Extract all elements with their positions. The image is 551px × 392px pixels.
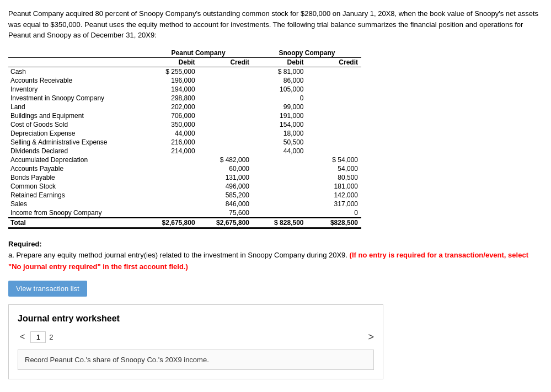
peanut-debit-cell: 298,800	[144, 94, 198, 103]
snoopy-debit-cell: 44,000	[253, 147, 307, 155]
peanut-credit-cell	[199, 147, 253, 155]
peanut-debit-cell: 196,000	[144, 76, 198, 85]
peanut-debit-cell: 44,000	[144, 129, 198, 138]
row-label: Land	[8, 103, 144, 111]
snoopy-debit-cell: 18,000	[253, 129, 307, 138]
snoopy-debit-cell	[253, 155, 307, 164]
peanut-debit-cell	[144, 182, 198, 191]
peanut-debit-cell: 706,000	[144, 111, 198, 120]
snoopy-credit-cell: 142,000	[307, 191, 362, 200]
table-row: Retained Earnings 585,200 142,000	[8, 191, 361, 200]
table-row: Accounts Receivable 196,000 86,000	[8, 76, 361, 85]
row-label: Sales	[8, 200, 144, 208]
row-label: Common Stock	[8, 182, 144, 191]
peanut-debit-header: Debit	[144, 57, 198, 67]
snoopy-credit-cell	[307, 67, 362, 76]
table-row: Investment in Snoopy Company 298,800 0	[8, 94, 361, 103]
peanut-credit-cell	[199, 85, 253, 94]
snoopy-debit-cell	[253, 164, 307, 173]
peanut-credit-cell: 131,000	[199, 173, 253, 182]
page-next-number: 2	[49, 333, 53, 341]
table-row: Cash $ 255,000 $ 81,000	[8, 67, 361, 76]
total-row: Total $2,675,800 $2,675,800 $ 828,500 $8…	[8, 218, 361, 228]
snoopy-debit-cell: 191,000	[253, 111, 307, 120]
snoopy-credit-cell	[307, 85, 362, 94]
peanut-debit-cell	[144, 164, 198, 173]
snoopy-debit-cell: 86,000	[253, 76, 307, 85]
peanut-debit-cell	[144, 200, 198, 208]
table-row: Accumulated Depreciation $ 482,000 $ 54,…	[8, 155, 361, 164]
snoopy-debit-cell: 154,000	[253, 120, 307, 129]
row-label: Accounts Receivable	[8, 76, 144, 85]
row-label: Cash	[8, 67, 144, 76]
row-label: Dividends Declared	[8, 147, 144, 155]
snoopy-credit-cell: $ 54,000	[307, 155, 362, 164]
snoopy-credit-cell	[307, 120, 362, 129]
snoopy-debit-cell	[253, 208, 307, 218]
snoopy-debit-cell	[253, 182, 307, 191]
peanut-credit-cell: $ 482,000	[199, 155, 253, 164]
required-part-a-normal: a. Prepare any equity method journal ent…	[8, 251, 347, 259]
total-peanut-credit: $2,675,800	[199, 218, 253, 228]
total-snoopy-credit: $828,500	[307, 218, 362, 228]
table-row: Land 202,000 99,000	[8, 103, 361, 111]
snoopy-credit-cell: 181,000	[307, 182, 362, 191]
peanut-credit-header: Credit	[199, 57, 253, 67]
snoopy-credit-header: Credit	[307, 57, 362, 67]
peanut-credit-cell	[199, 67, 253, 76]
snoopy-credit-cell	[307, 94, 362, 103]
peanut-debit-cell: 216,000	[144, 138, 198, 147]
peanut-debit-cell: $ 255,000	[144, 67, 198, 76]
row-label: Cost of Goods Sold	[8, 120, 144, 129]
view-transaction-button[interactable]: View transaction list	[8, 281, 87, 297]
row-label: Accounts Payable	[8, 164, 144, 173]
peanut-credit-cell	[199, 120, 253, 129]
snoopy-debit-cell: 0	[253, 94, 307, 103]
peanut-debit-cell: 194,000	[144, 85, 198, 94]
snoopy-credit-cell: 54,000	[307, 164, 362, 173]
journal-worksheet: Journal entry worksheet < 1 2 > Record P…	[8, 304, 383, 379]
snoopy-debit-cell	[253, 173, 307, 182]
peanut-credit-cell	[199, 111, 253, 120]
peanut-debit-cell: 202,000	[144, 103, 198, 111]
pagination-row: < 1 2 >	[18, 331, 374, 343]
journal-worksheet-title: Journal entry worksheet	[18, 314, 374, 324]
snoopy-debit-cell: $ 81,000	[253, 67, 307, 76]
snoopy-debit-header: Debit	[253, 57, 307, 67]
required-section: Required: a. Prepare any equity method j…	[8, 239, 543, 273]
snoopy-credit-cell	[307, 111, 362, 120]
row-label: Accumulated Depreciation	[8, 155, 144, 164]
row-label: Inventory	[8, 85, 144, 94]
row-label: Buildings and Equipment	[8, 111, 144, 120]
snoopy-debit-cell	[253, 191, 307, 200]
snoopy-debit-cell	[253, 200, 307, 208]
page-current-number: 1	[30, 331, 46, 343]
total-snoopy-debit: $ 828,500	[253, 218, 307, 228]
row-label: Retained Earnings	[8, 191, 144, 200]
row-label: Income from Snoopy Company	[8, 208, 144, 218]
snoopy-credit-cell	[307, 76, 362, 85]
peanut-credit-cell: 60,000	[199, 164, 253, 173]
peanut-credit-cell: 496,000	[199, 182, 253, 191]
table-row: Depreciation Expense 44,000 18,000	[8, 129, 361, 138]
row-label: Depreciation Expense	[8, 129, 144, 138]
snoopy-debit-cell: 99,000	[253, 103, 307, 111]
required-heading: Required:	[8, 240, 42, 248]
snoopy-credit-cell	[307, 138, 362, 147]
page-next-button[interactable]: >	[368, 331, 374, 343]
peanut-credit-cell: 75,600	[199, 208, 253, 218]
table-row: Income from Snoopy Company 75,600 0	[8, 208, 361, 218]
snoopy-credit-cell: 317,000	[307, 200, 362, 208]
peanut-credit-cell	[199, 76, 253, 85]
total-label: Total	[8, 218, 144, 228]
page-prev-button[interactable]: <	[18, 332, 27, 342]
snoopy-credit-cell: 0	[307, 208, 362, 218]
row-label: Investment in Snoopy Company	[8, 94, 144, 103]
table-row: Sales 846,000 317,000	[8, 200, 361, 208]
peanut-credit-cell	[199, 138, 253, 147]
total-peanut-debit: $2,675,800	[144, 218, 198, 228]
table-row: Cost of Goods Sold 350,000 154,000	[8, 120, 361, 129]
peanut-debit-cell	[144, 208, 198, 218]
snoopy-credit-cell	[307, 147, 362, 155]
row-label: Bonds Payable	[8, 173, 144, 182]
